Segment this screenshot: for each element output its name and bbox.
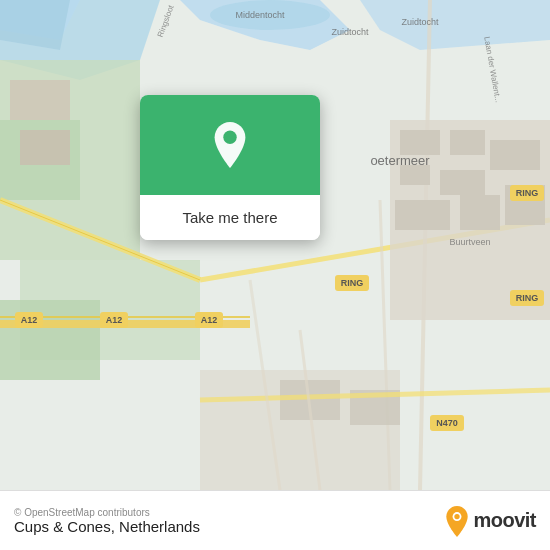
svg-rect-27: [450, 130, 485, 155]
footer-info: © OpenStreetMap contributors Cups & Cone…: [14, 507, 200, 535]
svg-rect-28: [490, 140, 540, 170]
svg-text:A12: A12: [21, 315, 38, 325]
svg-text:oetermeer: oetermeer: [370, 153, 430, 168]
copyright-text: © OpenStreetMap contributors: [14, 507, 200, 518]
moovit-logo: moovit: [443, 505, 536, 537]
moovit-brand-text: moovit: [473, 509, 536, 532]
svg-rect-8: [10, 80, 70, 120]
svg-text:A12: A12: [201, 315, 218, 325]
location-popup: Take me there: [140, 95, 320, 240]
svg-text:RING: RING: [341, 278, 364, 288]
svg-rect-30: [440, 170, 485, 195]
svg-text:RING: RING: [516, 293, 539, 303]
location-name: Cups & Cones, Netherlands: [14, 518, 200, 535]
svg-point-59: [455, 513, 460, 518]
svg-rect-11: [0, 300, 100, 380]
svg-text:Zuidtocht: Zuidtocht: [331, 27, 369, 37]
svg-text:Zuidtocht: Zuidtocht: [401, 17, 439, 27]
svg-rect-32: [460, 195, 500, 230]
svg-point-56: [223, 131, 236, 144]
svg-text:Middentocht: Middentocht: [235, 10, 285, 20]
svg-text:N470: N470: [436, 418, 458, 428]
svg-text:RING: RING: [516, 188, 539, 198]
svg-rect-31: [395, 200, 450, 230]
svg-text:A12: A12: [106, 315, 123, 325]
svg-rect-26: [400, 130, 440, 155]
map-container: A12 A12 A12 RING RING RING: [0, 0, 550, 490]
location-pin-icon: [208, 120, 252, 170]
svg-rect-29: [400, 165, 430, 185]
moovit-pin-icon: [443, 505, 471, 537]
popup-header: [140, 95, 320, 195]
svg-text:Buurtveen: Buurtveen: [449, 237, 490, 247]
take-me-there-button[interactable]: Take me there: [140, 195, 320, 240]
svg-rect-9: [20, 130, 70, 165]
map-background: A12 A12 A12 RING RING RING: [0, 0, 550, 490]
footer-bar: © OpenStreetMap contributors Cups & Cone…: [0, 490, 550, 550]
